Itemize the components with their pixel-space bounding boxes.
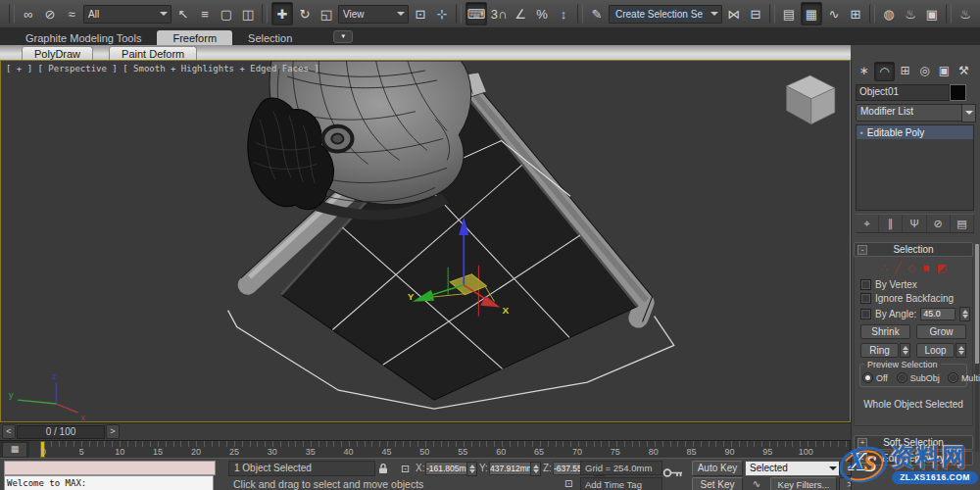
maxscript-listener-field[interactable]: Welcome to MAX: (4, 475, 214, 490)
x-coord-spinner[interactable] (466, 462, 477, 476)
time-slider-prev-button[interactable]: < (2, 424, 16, 439)
vertex-subobject-icon[interactable]: ∴ (880, 262, 887, 274)
set-key-button[interactable]: Set Key (692, 477, 743, 490)
ring-spinner[interactable] (900, 343, 910, 358)
show-end-result-button[interactable]: ∥ (879, 215, 903, 232)
loop-spinner[interactable] (956, 343, 966, 358)
x-coord-field[interactable]: -161.805m (425, 462, 467, 475)
subtab-polydraw[interactable]: PolyDraw (22, 46, 93, 60)
selection-rollout-header[interactable]: - Selection (854, 242, 973, 257)
preview-subobj-radio[interactable] (897, 372, 907, 383)
loop-button[interactable]: Loop (916, 343, 955, 358)
percent-snap-icon[interactable]: % (532, 3, 552, 24)
select-and-scale-icon[interactable]: ◱ (317, 3, 336, 24)
edit-named-selection-sets-icon[interactable]: ✎ (587, 3, 607, 24)
perspective-viewport[interactable]: Y X z y (0, 60, 851, 422)
select-by-name-icon[interactable]: ≡ (195, 3, 215, 24)
by-angle-field[interactable]: 45.0 (920, 308, 956, 320)
shrink-button[interactable]: Shrink (860, 324, 910, 339)
tab-motion[interactable]: ◎ (915, 62, 934, 79)
border-subobject-icon[interactable]: ◇ (907, 262, 915, 274)
modifier-list-arrow[interactable] (961, 104, 976, 122)
rollout-scrollbar-thumb[interactable] (975, 244, 979, 364)
key-mode-dropdown[interactable]: Selected (745, 461, 841, 476)
spinner-snap-icon[interactable]: ↕ (554, 3, 573, 24)
make-unique-button[interactable]: Ψ (903, 215, 926, 232)
tab-modify[interactable]: ◠ (874, 62, 895, 81)
unlink-selection-icon[interactable]: ⊘ (40, 3, 60, 24)
subtab-paint-deform[interactable]: Paint Deform (109, 46, 197, 60)
align-icon[interactable]: ⊟ (746, 3, 765, 24)
schematic-view-icon[interactable]: ⊞ (846, 3, 865, 24)
modifier-stack[interactable]: ▪ Editable Poly (856, 124, 974, 211)
set-keys-key-icon[interactable] (662, 466, 684, 481)
mirror-icon[interactable]: ⋈ (724, 3, 744, 24)
y-coord-field[interactable]: 437.912mm (489, 462, 531, 475)
bind-to-space-warp-icon[interactable]: ≈ (62, 3, 81, 24)
selection-filter-dropdown[interactable]: All (83, 5, 172, 24)
rectangular-selection-region-icon[interactable]: ▢ (217, 3, 236, 24)
rendered-frame-window-icon[interactable]: ▣ (922, 3, 942, 24)
tab-display[interactable]: ▣ (935, 62, 954, 79)
layer-manager-icon[interactable]: ▤ (779, 3, 799, 24)
reference-coordinate-dropdown[interactable]: View (338, 5, 409, 24)
absolute-mode-icon[interactable]: ⊡ (397, 462, 414, 475)
ignore-backfacing-checkbox[interactable] (860, 293, 871, 304)
curve-editor-icon[interactable]: ∿ (824, 3, 844, 24)
grow-button[interactable]: Grow (916, 324, 966, 339)
tab-selection[interactable]: Selection (232, 30, 308, 45)
select-and-manipulate-icon[interactable]: ⊹ (432, 3, 452, 24)
preview-multi-radio[interactable] (948, 372, 958, 383)
modifier-list-dropdown[interactable]: Modifier List (856, 104, 970, 122)
y-coord-spinner[interactable] (530, 462, 541, 476)
default-in-out-tangents-icon[interactable]: ∿ (747, 477, 766, 490)
view-cube[interactable] (787, 75, 835, 124)
tab-freeform[interactable]: Freeform (157, 30, 232, 45)
time-slider-next-button[interactable]: > (106, 424, 120, 439)
select-and-rotate-icon[interactable]: ↻ (295, 3, 315, 24)
stack-item-editable-poly[interactable]: ▪ Editable Poly (857, 125, 973, 139)
tab-hierarchy[interactable]: ⊞ (896, 62, 914, 79)
collapse-icon[interactable]: - (858, 245, 867, 255)
polygon-subobject-icon[interactable]: ■ (923, 262, 930, 274)
window-crossing-toggle-icon[interactable]: ◫ (238, 3, 258, 24)
render-iterative-icon[interactable]: ♨ (956, 3, 975, 24)
select-and-move-icon[interactable]: ✚ (271, 2, 293, 25)
pin-stack-button[interactable]: ⌖ (856, 215, 879, 232)
time-slider-field[interactable]: 0 / 100 (17, 425, 105, 439)
object-name-field[interactable]: Object01 (856, 84, 950, 101)
preview-off-radio[interactable] (862, 372, 873, 383)
by-angle-spinner[interactable] (959, 307, 970, 321)
add-time-tag-field[interactable]: Add Time Tag (580, 477, 662, 490)
select-and-link-icon[interactable]: ∞ (19, 3, 38, 24)
use-pivot-point-center-icon[interactable]: ⊡ (411, 3, 430, 24)
tab-create[interactable]: ∗ (855, 62, 873, 79)
select-object-icon[interactable]: ↖ (173, 3, 193, 24)
tab-graphite-modeling-tools[interactable]: Graphite Modeling Tools (10, 30, 157, 45)
ring-button[interactable]: Ring (860, 343, 899, 358)
model-shell[interactable] (248, 61, 471, 210)
by-vertex-checkbox[interactable] (860, 279, 871, 290)
snaps-toggle-3d-icon[interactable]: 3∩ (489, 3, 509, 24)
selection-lock-icon[interactable] (374, 462, 391, 475)
material-editor-icon[interactable]: ◍ (879, 3, 899, 24)
remove-modifier-button[interactable]: ⊘ (927, 215, 951, 232)
keyboard-shortcut-override-icon[interactable]: ⌨ (466, 2, 487, 25)
render-setup-icon[interactable]: ♨ (901, 3, 920, 24)
graphite-ribbon-toggle-icon[interactable]: ▦ (801, 2, 822, 25)
macro-recorder-field[interactable] (4, 461, 216, 475)
track-bar-ruler[interactable]: 0510152025303540455055606570758085909510… (29, 441, 849, 458)
element-subobject-icon[interactable]: ◩ (936, 262, 946, 274)
by-angle-checkbox[interactable] (860, 309, 871, 319)
rollout-scrollbar[interactable] (975, 244, 979, 452)
edge-subobject-icon[interactable]: ╱ (894, 262, 901, 274)
viewport-label[interactable]: [ + ] [ Perspective ] [ Smooth + Highlig… (6, 64, 319, 74)
auto-key-button[interactable]: Auto Key (692, 461, 743, 476)
configure-modifier-sets-button[interactable]: ▤ (951, 215, 974, 232)
key-filters-button[interactable]: Key Filters... (770, 477, 837, 490)
ribbon-minimize-button[interactable]: ▾ (333, 30, 353, 43)
named-selection-sets-dropdown[interactable]: Create Selection Se (609, 5, 722, 24)
object-color-swatch[interactable] (950, 84, 966, 101)
tab-utilities[interactable]: ⚒ (955, 62, 973, 79)
mini-curve-editor-button[interactable]: ▦ (2, 442, 27, 458)
